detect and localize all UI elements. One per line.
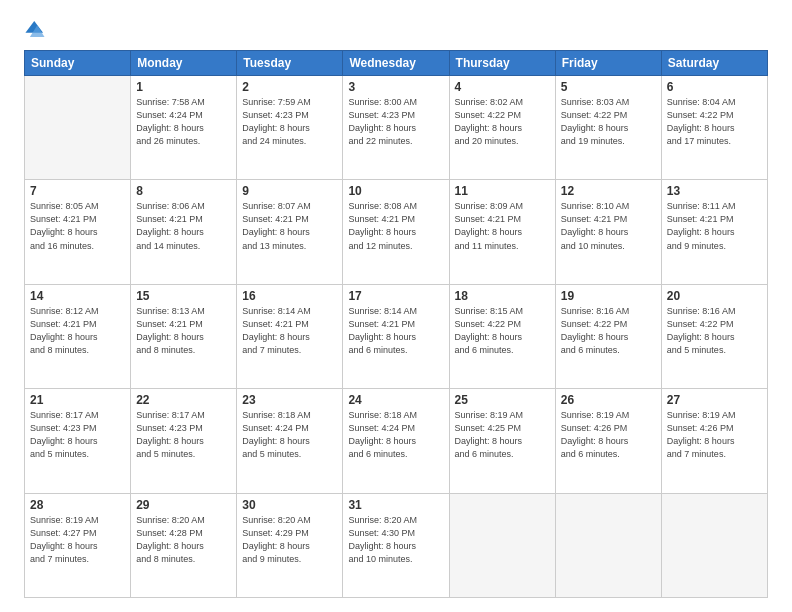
day-cell: 24Sunrise: 8:18 AM Sunset: 4:24 PM Dayli…	[343, 389, 449, 493]
col-header-monday: Monday	[131, 51, 237, 76]
day-detail: Sunrise: 8:11 AM Sunset: 4:21 PM Dayligh…	[667, 200, 762, 252]
day-number: 19	[561, 289, 656, 303]
day-detail: Sunrise: 8:14 AM Sunset: 4:21 PM Dayligh…	[242, 305, 337, 357]
day-cell: 3Sunrise: 8:00 AM Sunset: 4:23 PM Daylig…	[343, 76, 449, 180]
day-number: 9	[242, 184, 337, 198]
day-detail: Sunrise: 7:58 AM Sunset: 4:24 PM Dayligh…	[136, 96, 231, 148]
day-detail: Sunrise: 8:20 AM Sunset: 4:30 PM Dayligh…	[348, 514, 443, 566]
day-number: 14	[30, 289, 125, 303]
day-detail: Sunrise: 8:06 AM Sunset: 4:21 PM Dayligh…	[136, 200, 231, 252]
day-number: 7	[30, 184, 125, 198]
day-cell: 29Sunrise: 8:20 AM Sunset: 4:28 PM Dayli…	[131, 493, 237, 597]
day-detail: Sunrise: 8:19 AM Sunset: 4:26 PM Dayligh…	[667, 409, 762, 461]
day-number: 5	[561, 80, 656, 94]
day-cell	[661, 493, 767, 597]
day-cell: 7Sunrise: 8:05 AM Sunset: 4:21 PM Daylig…	[25, 180, 131, 284]
day-detail: Sunrise: 8:09 AM Sunset: 4:21 PM Dayligh…	[455, 200, 550, 252]
day-cell: 26Sunrise: 8:19 AM Sunset: 4:26 PM Dayli…	[555, 389, 661, 493]
day-number: 6	[667, 80, 762, 94]
day-detail: Sunrise: 7:59 AM Sunset: 4:23 PM Dayligh…	[242, 96, 337, 148]
day-cell: 22Sunrise: 8:17 AM Sunset: 4:23 PM Dayli…	[131, 389, 237, 493]
day-number: 20	[667, 289, 762, 303]
day-number: 23	[242, 393, 337, 407]
day-number: 13	[667, 184, 762, 198]
day-cell: 10Sunrise: 8:08 AM Sunset: 4:21 PM Dayli…	[343, 180, 449, 284]
day-number: 12	[561, 184, 656, 198]
day-cell: 17Sunrise: 8:14 AM Sunset: 4:21 PM Dayli…	[343, 284, 449, 388]
col-header-tuesday: Tuesday	[237, 51, 343, 76]
day-cell: 13Sunrise: 8:11 AM Sunset: 4:21 PM Dayli…	[661, 180, 767, 284]
day-number: 28	[30, 498, 125, 512]
day-cell: 23Sunrise: 8:18 AM Sunset: 4:24 PM Dayli…	[237, 389, 343, 493]
day-number: 31	[348, 498, 443, 512]
day-cell: 31Sunrise: 8:20 AM Sunset: 4:30 PM Dayli…	[343, 493, 449, 597]
day-detail: Sunrise: 8:00 AM Sunset: 4:23 PM Dayligh…	[348, 96, 443, 148]
day-cell: 25Sunrise: 8:19 AM Sunset: 4:25 PM Dayli…	[449, 389, 555, 493]
day-number: 11	[455, 184, 550, 198]
day-cell: 6Sunrise: 8:04 AM Sunset: 4:22 PM Daylig…	[661, 76, 767, 180]
col-header-saturday: Saturday	[661, 51, 767, 76]
day-detail: Sunrise: 8:19 AM Sunset: 4:26 PM Dayligh…	[561, 409, 656, 461]
day-detail: Sunrise: 8:19 AM Sunset: 4:27 PM Dayligh…	[30, 514, 125, 566]
calendar: SundayMondayTuesdayWednesdayThursdayFrid…	[24, 50, 768, 598]
col-header-wednesday: Wednesday	[343, 51, 449, 76]
day-number: 2	[242, 80, 337, 94]
day-detail: Sunrise: 8:19 AM Sunset: 4:25 PM Dayligh…	[455, 409, 550, 461]
logo	[24, 18, 50, 40]
day-detail: Sunrise: 8:08 AM Sunset: 4:21 PM Dayligh…	[348, 200, 443, 252]
col-header-sunday: Sunday	[25, 51, 131, 76]
day-number: 26	[561, 393, 656, 407]
header	[24, 18, 768, 40]
day-cell	[555, 493, 661, 597]
day-number: 1	[136, 80, 231, 94]
logo-icon	[24, 18, 46, 40]
day-cell: 28Sunrise: 8:19 AM Sunset: 4:27 PM Dayli…	[25, 493, 131, 597]
day-detail: Sunrise: 8:17 AM Sunset: 4:23 PM Dayligh…	[136, 409, 231, 461]
day-detail: Sunrise: 8:12 AM Sunset: 4:21 PM Dayligh…	[30, 305, 125, 357]
day-cell: 18Sunrise: 8:15 AM Sunset: 4:22 PM Dayli…	[449, 284, 555, 388]
day-detail: Sunrise: 8:10 AM Sunset: 4:21 PM Dayligh…	[561, 200, 656, 252]
day-cell: 8Sunrise: 8:06 AM Sunset: 4:21 PM Daylig…	[131, 180, 237, 284]
day-cell: 1Sunrise: 7:58 AM Sunset: 4:24 PM Daylig…	[131, 76, 237, 180]
day-detail: Sunrise: 8:05 AM Sunset: 4:21 PM Dayligh…	[30, 200, 125, 252]
day-cell: 5Sunrise: 8:03 AM Sunset: 4:22 PM Daylig…	[555, 76, 661, 180]
day-detail: Sunrise: 8:15 AM Sunset: 4:22 PM Dayligh…	[455, 305, 550, 357]
day-cell: 27Sunrise: 8:19 AM Sunset: 4:26 PM Dayli…	[661, 389, 767, 493]
day-number: 4	[455, 80, 550, 94]
day-detail: Sunrise: 8:07 AM Sunset: 4:21 PM Dayligh…	[242, 200, 337, 252]
day-detail: Sunrise: 8:18 AM Sunset: 4:24 PM Dayligh…	[348, 409, 443, 461]
day-cell: 14Sunrise: 8:12 AM Sunset: 4:21 PM Dayli…	[25, 284, 131, 388]
day-number: 16	[242, 289, 337, 303]
col-header-thursday: Thursday	[449, 51, 555, 76]
day-cell: 4Sunrise: 8:02 AM Sunset: 4:22 PM Daylig…	[449, 76, 555, 180]
day-detail: Sunrise: 8:14 AM Sunset: 4:21 PM Dayligh…	[348, 305, 443, 357]
day-number: 3	[348, 80, 443, 94]
day-number: 10	[348, 184, 443, 198]
day-number: 21	[30, 393, 125, 407]
day-cell: 2Sunrise: 7:59 AM Sunset: 4:23 PM Daylig…	[237, 76, 343, 180]
day-cell: 21Sunrise: 8:17 AM Sunset: 4:23 PM Dayli…	[25, 389, 131, 493]
day-detail: Sunrise: 8:02 AM Sunset: 4:22 PM Dayligh…	[455, 96, 550, 148]
col-header-friday: Friday	[555, 51, 661, 76]
day-detail: Sunrise: 8:17 AM Sunset: 4:23 PM Dayligh…	[30, 409, 125, 461]
day-detail: Sunrise: 8:03 AM Sunset: 4:22 PM Dayligh…	[561, 96, 656, 148]
day-cell	[449, 493, 555, 597]
day-detail: Sunrise: 8:16 AM Sunset: 4:22 PM Dayligh…	[561, 305, 656, 357]
day-detail: Sunrise: 8:13 AM Sunset: 4:21 PM Dayligh…	[136, 305, 231, 357]
day-number: 22	[136, 393, 231, 407]
day-number: 25	[455, 393, 550, 407]
page: SundayMondayTuesdayWednesdayThursdayFrid…	[0, 0, 792, 612]
day-detail: Sunrise: 8:20 AM Sunset: 4:29 PM Dayligh…	[242, 514, 337, 566]
day-cell: 12Sunrise: 8:10 AM Sunset: 4:21 PM Dayli…	[555, 180, 661, 284]
day-number: 17	[348, 289, 443, 303]
day-detail: Sunrise: 8:16 AM Sunset: 4:22 PM Dayligh…	[667, 305, 762, 357]
day-cell: 16Sunrise: 8:14 AM Sunset: 4:21 PM Dayli…	[237, 284, 343, 388]
day-cell: 19Sunrise: 8:16 AM Sunset: 4:22 PM Dayli…	[555, 284, 661, 388]
day-cell: 15Sunrise: 8:13 AM Sunset: 4:21 PM Dayli…	[131, 284, 237, 388]
day-detail: Sunrise: 8:18 AM Sunset: 4:24 PM Dayligh…	[242, 409, 337, 461]
day-number: 27	[667, 393, 762, 407]
day-cell: 30Sunrise: 8:20 AM Sunset: 4:29 PM Dayli…	[237, 493, 343, 597]
day-detail: Sunrise: 8:20 AM Sunset: 4:28 PM Dayligh…	[136, 514, 231, 566]
day-detail: Sunrise: 8:04 AM Sunset: 4:22 PM Dayligh…	[667, 96, 762, 148]
day-cell: 9Sunrise: 8:07 AM Sunset: 4:21 PM Daylig…	[237, 180, 343, 284]
